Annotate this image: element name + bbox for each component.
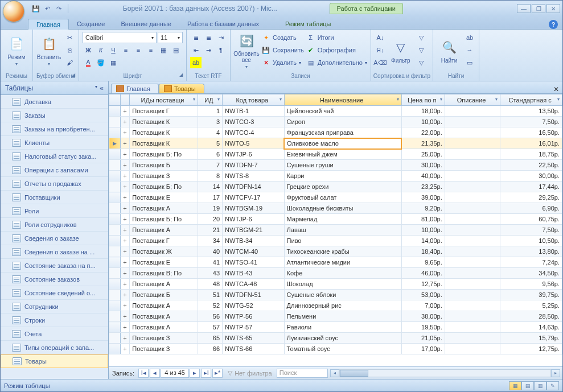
- cell-desc[interactable]: [445, 203, 500, 214]
- cell-supplier[interactable]: Поставщик Е: [130, 192, 198, 203]
- cell-id[interactable]: 48: [198, 279, 222, 290]
- cell-desc[interactable]: [445, 257, 500, 268]
- font-name-combo[interactable]: Calibri▾: [83, 32, 157, 43]
- table-row[interactable]: +Поставщик Б7NWTDFN-7Сушеные груши30,00р…: [109, 160, 562, 171]
- cell-id[interactable]: 3: [198, 117, 222, 127]
- cell-name[interactable]: Грецкие орехи: [284, 181, 401, 192]
- nav-item[interactable]: Типы операций с запа...: [1, 341, 108, 354]
- cell-name[interactable]: Длиннозерный рис: [284, 300, 401, 311]
- cell-std[interactable]: 18,75р.: [500, 149, 562, 160]
- cell-name[interactable]: Сушеные яблоки: [284, 290, 401, 300]
- nav-item[interactable]: Операции с запасами: [1, 163, 108, 177]
- cell-std[interactable]: 30,00р.: [500, 171, 562, 181]
- cell-std[interactable]: 12,75р.: [500, 344, 562, 354]
- cell-name[interactable]: Цейлонский чай: [284, 106, 401, 117]
- row-selector[interactable]: [109, 117, 121, 127]
- cell-price[interactable]: 40,00р.: [401, 171, 445, 181]
- cell-code[interactable]: NWTCO-3: [223, 117, 285, 127]
- table-row[interactable]: +Поставщик З8NWTS-8Карри40,00р.30,00р.: [109, 171, 562, 181]
- expand-icon[interactable]: +: [120, 171, 130, 181]
- cell-std[interactable]: 7,50р.: [500, 225, 562, 236]
- cell-name[interactable]: Пиво: [284, 236, 401, 246]
- font-size-combo[interactable]: 11▾: [158, 32, 183, 43]
- cell-code[interactable]: NWTP-56: [223, 311, 285, 322]
- cell-desc[interactable]: [445, 214, 500, 225]
- nav-item[interactable]: Клиенты: [1, 136, 108, 150]
- align-left-icon[interactable]: ≡: [120, 44, 131, 56]
- expand-icon[interactable]: +: [120, 117, 130, 127]
- table-row[interactable]: +Поставщик В; По43NWTB-43Кофе46,00р.34,5…: [109, 268, 562, 279]
- row-selector[interactable]: [109, 333, 121, 344]
- tab-database[interactable]: Работа с базами данных: [179, 19, 267, 29]
- cell-std[interactable]: 28,50р.: [500, 311, 562, 322]
- grid-icon[interactable]: ▦: [108, 57, 119, 68]
- format-painter-icon[interactable]: 🖌: [64, 57, 75, 68]
- column-header[interactable]: ИДы поставщи▾: [130, 94, 198, 106]
- cell-desc[interactable]: [445, 333, 500, 344]
- cell-supplier[interactable]: Поставщик Ж: [130, 246, 198, 257]
- nav-item[interactable]: Роли сотрудников: [1, 218, 108, 232]
- cell-supplier[interactable]: Поставщик Г: [130, 236, 198, 246]
- copy-icon[interactable]: ⎘: [64, 44, 75, 56]
- tab-datasheet[interactable]: Режим таблицы: [277, 19, 339, 29]
- expand-icon[interactable]: +: [120, 300, 130, 311]
- doctab-main[interactable]: Главная: [111, 84, 159, 93]
- cell-std[interactable]: 16,50р.: [500, 127, 562, 138]
- cell-supplier[interactable]: Поставщик З: [130, 171, 198, 181]
- cell-supplier[interactable]: Поставщик А: [130, 203, 198, 214]
- nav-item[interactable]: Счета: [1, 327, 108, 341]
- tab-create[interactable]: Создание: [69, 19, 113, 29]
- row-selector[interactable]: [109, 279, 121, 290]
- row-selector[interactable]: [109, 181, 121, 192]
- column-header[interactable]: Цена по п▾: [401, 94, 445, 106]
- cell-desc[interactable]: [445, 246, 500, 257]
- row-selector[interactable]: [109, 203, 121, 214]
- cell-id[interactable]: 57: [198, 322, 222, 333]
- nav-item[interactable]: Строки: [1, 313, 108, 327]
- nav-item[interactable]: Роли: [1, 204, 108, 218]
- row-selector[interactable]: [109, 311, 121, 322]
- cell-desc[interactable]: [445, 344, 500, 354]
- cell-name[interactable]: Равиоли: [284, 322, 401, 333]
- select-icon[interactable]: ▭: [464, 57, 475, 68]
- row-selector[interactable]: [109, 192, 121, 203]
- nav-item[interactable]: Товары: [1, 354, 108, 368]
- tab-home[interactable]: Главная: [28, 19, 69, 30]
- nav-header[interactable]: Таблицы ▾«: [1, 81, 108, 95]
- cell-code[interactable]: NWTDFN-7: [223, 160, 285, 171]
- row-selector[interactable]: ▶: [109, 138, 121, 149]
- cell-name[interactable]: Луизианский соус: [284, 333, 401, 344]
- cell-price[interactable]: 17,00р.: [401, 344, 445, 354]
- column-header[interactable]: ИД▾: [198, 94, 222, 106]
- table-row[interactable]: +Поставщик А56NWTP-56Пельмени38,00р.28,5…: [109, 311, 562, 322]
- cell-supplier[interactable]: Поставщик А: [130, 311, 198, 322]
- last-record-button[interactable]: ▸I: [201, 369, 211, 378]
- row-selector[interactable]: [109, 236, 121, 246]
- tab-external[interactable]: Внешние данные: [113, 19, 179, 29]
- replace-icon[interactable]: ab: [464, 32, 475, 43]
- cell-id[interactable]: 20: [198, 214, 222, 225]
- undo-icon[interactable]: ↶: [43, 4, 52, 13]
- cell-price[interactable]: 23,25р.: [401, 181, 445, 192]
- expand-icon[interactable]: +: [120, 138, 130, 149]
- nav-item[interactable]: Сведения о заказе на ...: [1, 245, 108, 259]
- horizontal-scrollbar[interactable]: ◂ ▸: [330, 369, 560, 377]
- cell-supplier[interactable]: Поставщик А: [130, 279, 198, 290]
- row-selector[interactable]: [109, 127, 121, 138]
- nav-item[interactable]: Сотрудники: [1, 300, 108, 313]
- gridlines-icon[interactable]: ▦: [158, 44, 169, 56]
- cell-std[interactable]: 13,50р.: [500, 106, 562, 117]
- cell-price[interactable]: 21,05р.: [401, 333, 445, 344]
- expand-icon[interactable]: +: [120, 268, 130, 279]
- cell-std[interactable]: 6,90р.: [500, 203, 562, 214]
- sort-asc-icon[interactable]: A↓: [375, 32, 386, 43]
- cell-price[interactable]: 39,00р.: [401, 192, 445, 203]
- cell-desc[interactable]: [445, 160, 500, 171]
- cell-supplier[interactable]: Поставщик Г: [130, 106, 198, 117]
- font-color-icon[interactable]: A: [83, 57, 94, 68]
- cell-supplier[interactable]: Поставщик З: [130, 344, 198, 354]
- table-row[interactable]: +Поставщик А21NWTBGM-21Лаваш10,00р.7,50р…: [109, 225, 562, 236]
- cell-std[interactable]: 22,50р.: [500, 160, 562, 171]
- cell-id[interactable]: 17: [198, 192, 222, 203]
- cell-price[interactable]: 9,65р.: [401, 257, 445, 268]
